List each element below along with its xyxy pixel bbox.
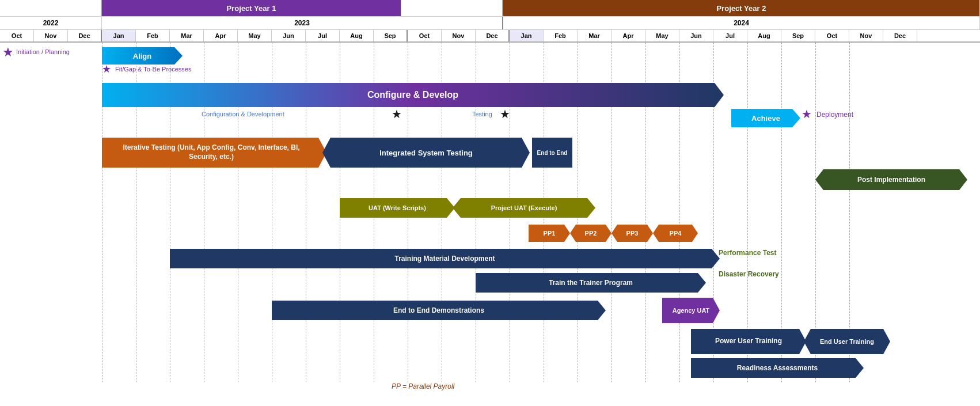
pp3-bar: PP3: [611, 225, 653, 242]
pp4-bar: PP4: [653, 225, 698, 242]
disaster-recovery-label: Disaster Recovery: [719, 270, 779, 278]
train-trainer-bar: Train the Trainer Program: [476, 273, 706, 293]
deployment-label: Deployment: [816, 111, 853, 119]
end-user-training-bar: End User Training: [804, 329, 890, 354]
year-label-2023: 2023: [102, 17, 503, 29]
training-material-bar: Training Material Development: [170, 249, 720, 268]
header-years: 2022 2023 2024: [0, 17, 980, 30]
testing-label: Testing: [472, 111, 492, 117]
header-project-years: Project Year 1 Project Year 2: [0, 0, 980, 17]
deployment-star: ★: [802, 107, 812, 121]
month-apr-24: Apr: [611, 30, 645, 41]
month-dec-24: Dec: [883, 30, 917, 41]
gantt-body: Align ★ Initiation / Planning ★ Fit/Gap …: [0, 43, 980, 382]
month-jun-24: Jun: [679, 30, 713, 41]
uat-write-bar: UAT (Write Scripts): [340, 198, 455, 218]
month-feb-24: Feb: [544, 30, 578, 41]
end-to-end-demo-bar: End to End Demonstrations: [272, 301, 606, 320]
initiation-planning-star: ★: [2, 45, 14, 60]
post-implementation-bar: Post Implementation: [815, 169, 967, 190]
pp2-bar: PP2: [570, 225, 611, 242]
config-dev-label: Configuration & Development: [202, 111, 284, 117]
month-oct-23: Oct: [408, 30, 442, 41]
readiness-assessments-bar: Readiness Assessments: [691, 358, 864, 378]
month-mar-24: Mar: [578, 30, 611, 41]
config-dev-star: ★: [392, 107, 402, 121]
month-dec-23: Dec: [476, 30, 510, 41]
header-months: Oct Nov Dec Jan Feb Mar Apr May Jun Jul …: [0, 30, 980, 43]
fitgap-label: Fit/Gap & To-Be Processes: [115, 66, 191, 73]
month-oct-24: Oct: [815, 30, 849, 41]
month-feb-23: Feb: [136, 30, 170, 41]
month-nov-24: Nov: [849, 30, 883, 41]
month-jun-23: Jun: [272, 30, 306, 41]
project-year-1-header: Project Year 1: [102, 0, 401, 16]
testing-star: ★: [500, 107, 510, 121]
iterative-testing-bar: Iterative Testing (Unit, App Config, Con…: [102, 138, 326, 168]
performance-test-label: Performance Test: [719, 249, 776, 257]
month-aug-24: Aug: [747, 30, 781, 41]
month-nov-23: Nov: [442, 30, 476, 41]
power-user-training-bar: Power User Training: [691, 329, 806, 354]
project-year-2-header: Project Year 2: [503, 0, 980, 16]
pp-note: PP = Parallel Payroll: [392, 382, 454, 390]
align-bar: Align: [102, 47, 183, 64]
year-2022-spacer: [0, 0, 102, 16]
fitgap-star: ★: [102, 63, 111, 75]
month-may-23: May: [238, 30, 272, 41]
gantt-chart: Project Year 1 Project Year 2 2022 2023 …: [0, 0, 980, 406]
integrated-testing-bar: Integrated System Testing: [322, 138, 530, 168]
end-to-end-box: End to End: [531, 138, 572, 168]
project-year-2-label: Project Year 2: [717, 4, 766, 13]
month-apr-23: Apr: [204, 30, 238, 41]
q4-2023-spacer: [401, 0, 503, 16]
month-sep-23: Sep: [374, 30, 408, 41]
month-jan-23: Jan: [102, 30, 136, 41]
year-label-2022: 2022: [0, 17, 102, 29]
configure-develop-bar: Configure & Develop: [102, 83, 724, 107]
month-dec-22: Dec: [68, 30, 102, 41]
month-mar-23: Mar: [170, 30, 204, 41]
month-jul-23: Jul: [306, 30, 340, 41]
month-may-24: May: [645, 30, 679, 41]
month-jan-24: Jan: [510, 30, 544, 41]
year-label-2024: 2024: [503, 17, 980, 29]
achieve-bar: Achieve: [731, 109, 800, 127]
month-jul-24: Jul: [713, 30, 747, 41]
month-oct-22: Oct: [0, 30, 34, 41]
month-aug-23: Aug: [340, 30, 374, 41]
uat-execute-bar: Project UAT (Execute): [453, 198, 595, 218]
initiation-planning-label: Initiation / Planning: [16, 48, 70, 55]
pp1-bar: PP1: [529, 225, 570, 242]
month-nov-22: Nov: [34, 30, 68, 41]
agency-uat-bar: Agency UAT: [662, 298, 720, 323]
month-sep-24: Sep: [781, 30, 815, 41]
project-year-1-label: Project Year 1: [227, 4, 276, 13]
